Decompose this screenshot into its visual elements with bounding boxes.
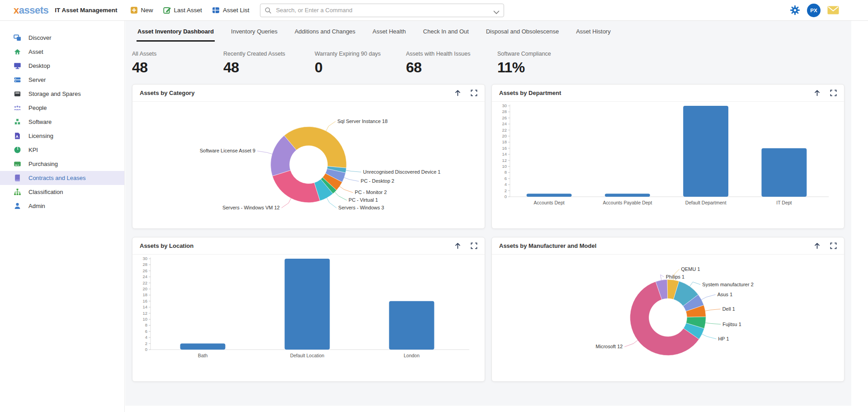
fullscreen-icon[interactable] — [471, 90, 477, 96]
xassets-logo[interactable]: xassets — [14, 5, 48, 16]
tab-additions-and-changes[interactable]: Additions and Changes — [294, 28, 356, 42]
svg-text:PC - Desktop 2: PC - Desktop 2 — [361, 178, 394, 184]
svg-text:6: 6 — [145, 329, 147, 334]
discover-icon — [14, 34, 21, 42]
card-header: Assets by Manufacturer and Model — [492, 237, 844, 255]
mail-envelope-icon[interactable] — [827, 6, 839, 14]
svg-text:12: 12 — [142, 311, 147, 316]
card-actions — [454, 242, 477, 250]
arrow-up-icon[interactable] — [813, 89, 821, 97]
sidebar-item-people[interactable]: People — [0, 101, 124, 115]
svg-text:28: 28 — [142, 262, 147, 267]
card-body: Philips 1QEMU 1System manufacturer 2Asus… — [492, 255, 844, 382]
tab-check-in-and-out[interactable]: Check In and Out — [422, 28, 470, 42]
search-icon — [264, 7, 272, 16]
new-plus-icon — [130, 6, 138, 14]
fullscreen-icon[interactable] — [830, 242, 837, 249]
settings-gear-icon[interactable] — [790, 5, 800, 15]
search-input[interactable] — [260, 4, 504, 17]
user-avatar[interactable]: PX — [807, 4, 821, 17]
tab-inventory-queries[interactable]: Inventory Queries — [230, 28, 278, 42]
svg-text:6: 6 — [505, 176, 507, 181]
arrow-up-icon[interactable] — [454, 242, 462, 250]
svg-text:0: 0 — [145, 347, 147, 352]
card-title: Assets by Manufacturer and Model — [499, 242, 813, 249]
arrow-up-icon[interactable] — [813, 242, 821, 250]
svg-text:PC - Virtual 1: PC - Virtual 1 — [349, 197, 378, 203]
card-body: Sql Server Instance 18Unrecognised Disco… — [132, 102, 485, 229]
arrow-up-icon[interactable] — [454, 89, 462, 97]
contracts-icon — [14, 174, 21, 182]
svg-text:28: 28 — [502, 109, 507, 114]
sidebar-item-contracts-and-leases[interactable]: Contracts and Leases — [0, 171, 124, 185]
desktop-icon — [14, 62, 21, 70]
sidebar-item-software[interactable]: Software — [0, 115, 124, 129]
edit-pencil-icon — [163, 6, 171, 14]
card-actions — [813, 242, 837, 250]
new-button[interactable]: New — [130, 6, 153, 14]
sidebar-item-asset[interactable]: Asset — [0, 45, 124, 59]
svg-text:PC - Monitor 2: PC - Monitor 2 — [355, 189, 387, 195]
stat-label: Assets with Health Issues — [406, 51, 497, 57]
card-header: Assets by Department — [492, 85, 844, 102]
card-assets-by-manufacturer-and-model: Assets by Manufacturer and Model Philips… — [491, 237, 844, 382]
svg-text:Accounts Dept: Accounts Dept — [534, 200, 565, 205]
sidebar-item-licensing[interactable]: Licensing — [0, 129, 124, 143]
stat-software-compliance: Software Compliance11% — [497, 51, 589, 76]
card-actions — [454, 89, 477, 97]
sidebar-item-classification[interactable]: Classification — [0, 185, 124, 199]
command-search — [260, 4, 504, 17]
tab-bar: Asset Inventory DashboardInventory Queri… — [125, 21, 851, 42]
stat-assets-with-health-issues: Assets with Health Issues68 — [406, 51, 497, 76]
svg-text:18: 18 — [142, 292, 147, 297]
tab-asset-history[interactable]: Asset History — [575, 28, 612, 42]
svg-text:0: 0 — [505, 194, 507, 199]
card-assets-by-department: Assets by Department 0246810121416182022… — [491, 84, 844, 229]
fullscreen-icon[interactable] — [830, 90, 837, 96]
sidebar-item-desktop[interactable]: Desktop — [0, 59, 124, 73]
sidebar-item-server[interactable]: Server — [0, 73, 124, 87]
stat-value: 48 — [132, 59, 223, 76]
tab-asset-inventory-dashboard[interactable]: Asset Inventory Dashboard — [137, 28, 215, 42]
stat-recently-created-assets: Recently Created Assets48 — [223, 51, 315, 76]
svg-text:Fujitsu 1: Fujitsu 1 — [722, 322, 741, 327]
stat-label: All Assets — [132, 51, 223, 57]
svg-text:10: 10 — [502, 164, 507, 169]
server-icon — [14, 76, 21, 84]
card-title: Assets by Category — [140, 90, 454, 96]
admin-icon — [14, 202, 21, 210]
svg-text:30: 30 — [502, 103, 507, 108]
card-header: Assets by Category — [132, 85, 485, 102]
svg-text:26: 26 — [142, 268, 147, 273]
chevron-down-icon[interactable] — [493, 8, 500, 16]
svg-text:4: 4 — [145, 335, 147, 340]
assets-by-location-chart: 024681012141618202224262830BathDefault L… — [132, 255, 485, 382]
card-actions — [813, 89, 837, 97]
sidebar-item-discover[interactable]: Discover — [0, 31, 124, 45]
sidebar-item-storage-and-spares[interactable]: Storage and Spares — [0, 87, 124, 101]
sidebar-item-admin[interactable]: Admin — [0, 199, 124, 213]
fullscreen-icon[interactable] — [471, 242, 477, 249]
svg-text:16: 16 — [142, 298, 147, 303]
card-assets-by-category: Assets by Category Sql Server Instance 1… — [132, 84, 485, 229]
last-asset-button[interactable]: Last Asset — [163, 6, 202, 14]
tab-disposal-and-obsolescense[interactable]: Disposal and Obsolescense — [485, 28, 560, 42]
topbar-buttons: NewLast AssetAsset List — [130, 6, 250, 14]
svg-text:Asus 1: Asus 1 — [717, 292, 733, 297]
svg-text:HP 1: HP 1 — [718, 336, 729, 341]
asset-list-button[interactable]: Asset List — [212, 6, 250, 14]
sidebar-item-purchasing[interactable]: Purchasing — [0, 157, 124, 171]
card-body: 024681012141618202224262830Accounts Dept… — [492, 102, 844, 229]
svg-text:London: London — [404, 353, 420, 358]
svg-text:18: 18 — [502, 139, 507, 144]
tab-asset-health[interactable]: Asset Health — [372, 28, 407, 42]
svg-text:Microsoft 12: Microsoft 12 — [596, 344, 623, 349]
svg-text:Default Department: Default Department — [685, 200, 726, 205]
software-icon — [14, 118, 21, 126]
svg-text:22: 22 — [142, 280, 147, 285]
sidebar-item-kpi[interactable]: KPI — [0, 143, 124, 157]
svg-text:Default Location: Default Location — [290, 353, 325, 358]
svg-text:24: 24 — [502, 121, 507, 126]
svg-text:Sql Server Instance 18: Sql Server Instance 18 — [337, 118, 387, 124]
svg-text:10: 10 — [142, 317, 147, 322]
